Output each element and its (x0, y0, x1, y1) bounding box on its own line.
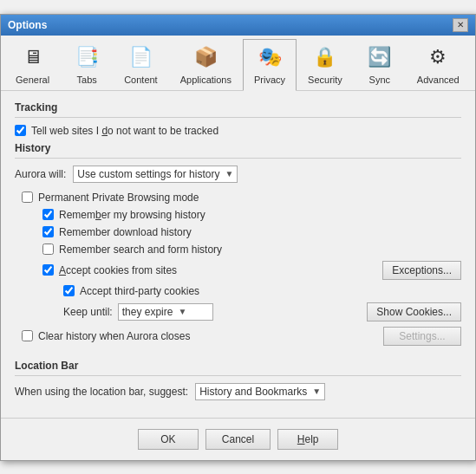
clear-history-label: Clear history when Aurora closes (38, 330, 190, 342)
tab-advanced[interactable]: ⚙ Advanced (406, 39, 471, 90)
remember-search-row: Remember search and form history (42, 243, 461, 256)
keep-until-row: Keep until: they expire ▼ Show Cookies..… (22, 302, 461, 321)
privacy-icon: 🎭 (256, 43, 284, 71)
tab-general-label: General (16, 75, 49, 85)
clear-history-checkbox[interactable] (22, 330, 33, 341)
help-button[interactable]: Help (277, 429, 338, 450)
history-options: Permanent Private Browsing mode Remember… (22, 192, 461, 346)
close-button[interactable]: ✕ (453, 18, 468, 32)
remember-download-label: Remember download history (59, 226, 192, 238)
keep-until-arrow: ▼ (178, 307, 186, 316)
tab-security[interactable]: 🔒 Security (297, 39, 354, 90)
keep-until-dropdown[interactable]: they expire ▼ (118, 303, 213, 321)
keep-until-left: Keep until: they expire ▼ (63, 303, 213, 321)
tab-applications-label: Applications (180, 75, 231, 85)
security-icon: 🔒 (311, 43, 339, 71)
advanced-icon: ⚙ (424, 43, 452, 71)
applications-icon: 📦 (192, 43, 219, 71)
permanent-private-label: Permanent Private Browsing mode (38, 192, 199, 204)
show-cookies-button[interactable]: Show Cookies... (367, 302, 461, 321)
tracking-section-label: Tracking (15, 101, 461, 114)
settings-button[interactable]: Settings... (383, 327, 461, 346)
tab-tabs[interactable]: 📑 Tabs (61, 39, 113, 90)
keep-until-label: Keep until: (63, 306, 113, 318)
tracking-checkbox-label: Tell web sites I do not want to be track… (31, 125, 218, 137)
location-bar-label: Location Bar (15, 360, 461, 372)
window-title: Options (8, 19, 47, 31)
title-bar: Options ✕ (1, 15, 475, 36)
tab-content[interactable]: 📄 Content (113, 39, 169, 90)
sync-icon: 🔄 (366, 43, 394, 71)
toolbar: 🖥 General 📑 Tabs 📄 Content 📦 Application… (1, 36, 475, 91)
tracking-separator (15, 117, 461, 118)
content-area: Tracking Tell web sites I do not want to… (1, 91, 475, 411)
accept-cookies-checkbox[interactable] (42, 264, 54, 276)
location-suggest-row: When using the location bar, suggest: Hi… (15, 383, 461, 400)
tab-applications[interactable]: 📦 Applications (169, 39, 243, 90)
tracking-section: Tracking Tell web sites I do not want to… (15, 101, 461, 137)
suggest-label: When using the location bar, suggest: (15, 386, 188, 398)
aurora-will-label: Aurora will: (15, 168, 66, 180)
accept-cookies-label: Accept cookies from sites (59, 264, 177, 276)
window-controls: ✕ (453, 18, 468, 32)
remember-search-label: Remember search and form history (59, 243, 222, 256)
accept-cookies-row: Accept cookies from sites Exceptions... (22, 261, 461, 280)
accept-third-party-row: Accept third-party cookies (63, 285, 461, 297)
tab-general[interactable]: 🖥 General (4, 39, 61, 90)
remember-browsing-row: Remember my browsing history (42, 209, 461, 221)
history-aurora-will-row: Aurora will: Use custom settings for his… (15, 166, 461, 183)
keep-until-value: they expire (122, 306, 173, 318)
remember-download-row: Remember download history (42, 226, 461, 238)
history-mode-dropdown-arrow: ▼ (225, 169, 233, 179)
content-icon: 📄 (127, 43, 154, 71)
history-section: History Aurora will: Use custom settings… (15, 142, 461, 346)
tab-privacy[interactable]: 🎭 Privacy (243, 39, 297, 91)
tab-privacy-label: Privacy (254, 75, 285, 85)
tab-content-label: Content (124, 75, 158, 85)
permanent-private-checkbox[interactable] (22, 192, 33, 203)
accept-third-party-checkbox[interactable] (63, 285, 75, 296)
permanent-private-row: Permanent Private Browsing mode (22, 192, 461, 204)
suggest-value: History and Bookmarks (199, 386, 307, 398)
footer: OK Cancel Help (1, 418, 475, 460)
tab-tabs-label: Tabs (77, 75, 97, 85)
options-window: Options ✕ 🖥 General 📑 Tabs 📄 Content 📦 A… (0, 14, 476, 461)
tracking-checkbox[interactable] (15, 125, 26, 136)
clear-history-left: Clear history when Aurora closes (22, 330, 190, 342)
ok-button[interactable]: OK (138, 429, 199, 450)
remember-download-checkbox[interactable] (42, 226, 54, 237)
tab-sync-label: Sync (369, 75, 390, 85)
remember-browsing-label: Remember my browsing history (59, 209, 205, 221)
remember-search-checkbox[interactable] (42, 243, 54, 255)
tab-security-label: Security (308, 75, 342, 85)
suggest-dropdown-arrow: ▼ (312, 386, 321, 396)
accept-third-party-label: Accept third-party cookies (80, 285, 199, 297)
tab-sync[interactable]: 🔄 Sync (354, 39, 406, 90)
cancel-button[interactable]: Cancel (205, 429, 271, 450)
tracking-checkbox-row: Tell web sites I do not want to be track… (15, 125, 461, 137)
history-separator (15, 158, 461, 159)
history-mode-dropdown[interactable]: Use custom settings for history ▼ (73, 166, 238, 183)
history-mode-value: Use custom settings for history (77, 168, 219, 180)
location-bar-section: Location Bar When using the location bar… (15, 360, 461, 400)
location-bar-separator (15, 375, 461, 376)
accept-cookies-left: Accept cookies from sites (22, 264, 177, 276)
tabs-icon: 📑 (73, 43, 101, 71)
suggest-dropdown[interactable]: History and Bookmarks ▼ (195, 383, 325, 400)
remember-browsing-checkbox[interactable] (42, 209, 54, 220)
tab-advanced-label: Advanced (417, 75, 460, 85)
history-section-label: History (15, 142, 461, 154)
exceptions-button[interactable]: Exceptions... (382, 261, 461, 280)
general-icon: 🖥 (19, 43, 47, 71)
clear-history-row: Clear history when Aurora closes Setting… (22, 327, 461, 346)
